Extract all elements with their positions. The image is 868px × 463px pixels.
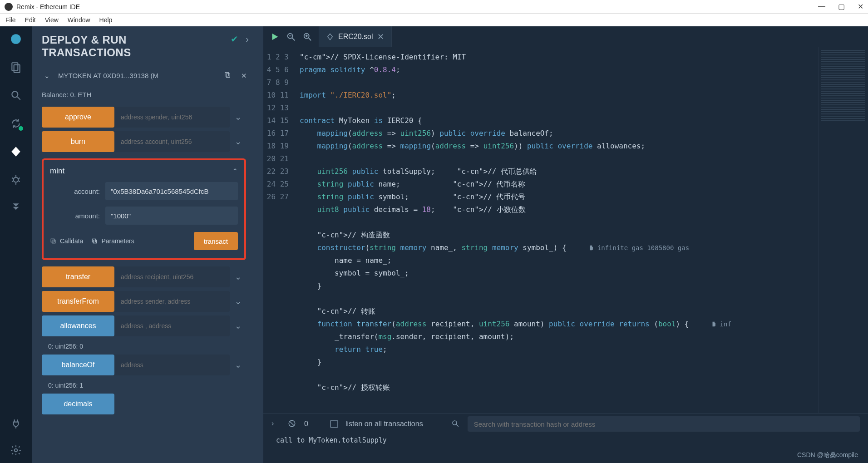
terminal: › 0 listen on all transactions call to M… [263,413,868,463]
search-icon[interactable] [10,89,22,102]
mint-account-input[interactable] [105,182,238,200]
window-maximize-button[interactable]: ▢ [838,2,845,11]
svg-rect-16 [51,239,54,242]
remix-logo-icon[interactable] [10,33,22,45]
svg-point-0 [11,34,21,44]
svg-point-3 [12,91,18,97]
chevron-right-icon[interactable]: › [271,419,281,429]
menu-help[interactable]: Help [99,16,113,24]
chevron-up-icon[interactable]: ⌃ [232,167,238,176]
mint-amount-label: amount: [50,212,105,220]
copy-icon[interactable] [222,71,232,80]
app-logo-icon [5,3,13,11]
watermark: CSDN @哈桑compile [797,451,858,459]
svg-rect-2 [14,65,20,73]
transferfrom-button[interactable]: transferFrom [42,291,114,312]
svg-line-4 [17,97,20,100]
svg-rect-1 [12,63,18,70]
transact-button[interactable]: transact [194,232,238,250]
mint-title: mint [50,167,64,176]
svg-line-27 [290,422,294,426]
chevron-down-icon[interactable]: ⌄ [230,112,246,122]
allowances-result: 0: uint256: 0 [48,343,246,350]
settings-gear-icon[interactable] [10,444,22,457]
transferfrom-input[interactable] [114,291,230,312]
svg-line-8 [18,178,20,179]
search-icon[interactable] [451,419,460,429]
block-icon[interactable] [288,419,297,429]
decimals-button[interactable]: decimals [42,394,114,414]
window-titlebar: Remix - Ethereum IDE — ▢ ✕ [0,0,868,14]
allowances-input[interactable] [114,315,230,336]
svg-line-7 [12,178,13,179]
menu-file[interactable]: File [5,16,16,24]
listen-label: listen on all transactions [345,420,423,428]
tab-filename: ERC20.sol [338,33,373,41]
menu-edit[interactable]: Edit [25,16,36,24]
svg-rect-15 [52,240,55,243]
panel-resize-handle[interactable] [259,26,263,463]
chevron-down-icon[interactable]: ⌄ [230,296,246,306]
chevron-down-icon[interactable]: ⌄ [230,321,246,331]
menubar: File Edit View Window Help [0,14,868,26]
icon-rail [0,26,32,463]
zoom-out-icon[interactable] [286,32,296,42]
svg-point-28 [453,421,457,425]
check-icon: ✔ [231,34,238,44]
svg-rect-14 [225,73,229,76]
chevron-down-icon[interactable]: ⌄ [42,72,52,80]
plugin-manager-icon[interactable] [10,202,22,214]
plug-icon[interactable] [10,418,22,430]
code-content[interactable]: "c-cm">// SPDX-License-Identifier: MIT p… [295,47,818,413]
deploy-panel: DEPLOY & RUNTRANSACTIONS ✔ › ⌄ MYTOKEN A… [32,26,259,463]
menu-window[interactable]: Window [68,16,90,24]
listen-checkbox[interactable] [330,420,338,428]
svg-rect-17 [94,240,97,243]
chevron-down-icon[interactable]: ⌄ [230,272,246,282]
compile-success-badge-icon [18,125,24,132]
menu-view[interactable]: View [45,16,59,24]
tab-close-icon[interactable]: ✕ [377,32,384,42]
approve-input[interactable] [114,107,230,128]
balanceof-button[interactable]: balanceOf [42,355,114,375]
terminal-log: call to MyToken.totalSupply [263,434,868,446]
balanceof-input[interactable] [114,355,230,375]
calldata-button[interactable]: Calldata [50,237,83,245]
parameters-button[interactable]: Parameters [91,237,134,245]
allowances-button[interactable]: allowances [42,315,114,336]
svg-point-12 [15,449,18,452]
panel-title: DEPLOY & RUNTRANSACTIONS [42,34,131,59]
window-minimize-button[interactable]: — [818,2,825,11]
debugger-icon[interactable] [10,173,22,186]
svg-line-25 [309,38,311,40]
window-title: Remix - Ethereum IDE [16,3,80,10]
chevron-down-icon[interactable]: ⌄ [230,137,246,147]
svg-rect-13 [226,74,230,78]
mint-amount-input[interactable] [105,207,238,225]
play-icon[interactable] [270,32,280,42]
contract-instance-label[interactable]: MYTOKEN AT 0XD91...39138 (M [58,72,216,79]
svg-line-21 [292,38,295,40]
solidity-compiler-icon[interactable] [10,117,22,130]
svg-line-10 [18,181,20,182]
close-icon[interactable]: ✕ [239,72,249,80]
burn-input[interactable] [114,131,230,152]
svg-rect-18 [93,239,96,242]
editor-tab[interactable]: ERC20.sol ✕ [319,26,392,47]
transfer-button[interactable]: transfer [42,266,114,287]
minimap[interactable] [818,47,868,413]
burn-button[interactable]: burn [42,131,114,152]
transfer-input[interactable] [114,266,230,287]
deploy-run-icon[interactable] [10,145,22,158]
balance-label: Balance: 0. ETH [42,91,249,99]
zoom-in-icon[interactable] [302,32,312,42]
terminal-search-input[interactable] [468,416,860,432]
chevron-down-icon[interactable]: ⌄ [230,360,246,370]
file-explorer-icon[interactable] [10,61,22,74]
chevron-right-icon[interactable]: › [246,34,249,44]
window-close-button[interactable]: ✕ [858,2,863,11]
svg-line-29 [456,424,459,427]
approve-button[interactable]: approve [42,107,114,128]
line-gutter: 1 2 3 4 5 6 7 8 9 10 11 12 13 14 15 16 1… [263,47,295,413]
balanceof-result: 0: uint256: 1 [48,382,246,389]
